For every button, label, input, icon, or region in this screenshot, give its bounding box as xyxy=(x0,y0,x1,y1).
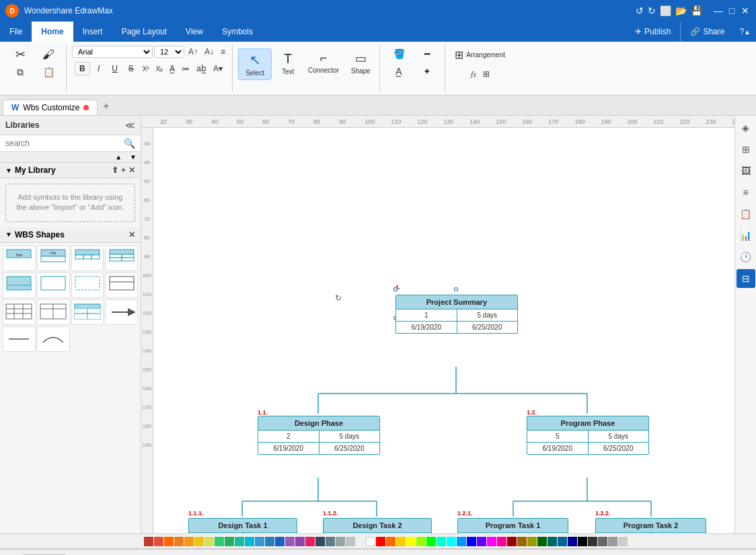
image-panel-btn[interactable]: 🖼 xyxy=(736,161,755,180)
color-swatch-darkgreen[interactable] xyxy=(225,537,234,546)
format-brush-button[interactable]: 🖌 xyxy=(35,46,62,63)
color-swatch-darkgray1[interactable] xyxy=(588,537,597,546)
undo-btn[interactable]: ↺ xyxy=(636,5,644,16)
color-swatch-lime[interactable] xyxy=(204,537,214,546)
font-color-button[interactable]: A̲ xyxy=(167,63,178,75)
menu-view[interactable]: View xyxy=(176,22,213,42)
design-phase-node[interactable]: Design Phase 2 5 days 6/19/2020 6/25/202… xyxy=(258,416,380,455)
color-swatch-lightgray2[interactable] xyxy=(618,537,628,546)
color-swatch-amber[interactable] xyxy=(184,537,194,546)
color-swatch-pure-orange[interactable] xyxy=(386,537,395,546)
color-swatch-spring[interactable] xyxy=(437,537,446,546)
scroll-down-btn[interactable]: ▼ xyxy=(126,152,141,162)
handle-bottom-center[interactable] xyxy=(454,287,458,291)
import-library-btn[interactable]: ⬆ xyxy=(112,165,118,175)
close-btn[interactable]: ✕ xyxy=(740,5,751,16)
rotate-handle[interactable]: ↻ xyxy=(335,293,342,303)
shape-wbs-full[interactable] xyxy=(105,246,138,271)
close-library-btn[interactable]: ✕ xyxy=(128,165,135,175)
design-task2-node[interactable]: Design Task 2 4 4 days 6/19/2020 6/24/20… xyxy=(323,518,432,533)
color-swatch-brown[interactable] xyxy=(517,537,527,546)
paste-button[interactable]: 📋 xyxy=(35,65,62,79)
add-library-btn[interactable]: + xyxy=(121,165,126,175)
color-swatch-green[interactable] xyxy=(215,537,224,546)
shape-connector-arrow[interactable] xyxy=(105,299,138,325)
canvas-area[interactable]: 20 30 40 50 60 70 80 90 100 110 120 130 … xyxy=(141,116,734,533)
shape-wbs-plain[interactable] xyxy=(37,272,70,298)
font-shrink-button[interactable]: A↓ xyxy=(202,46,217,58)
color-swatch-yellow[interactable] xyxy=(194,537,204,546)
handle-bottom-right[interactable] xyxy=(393,287,398,291)
color-swatch-purple[interactable] xyxy=(285,537,295,546)
color-swatch-pure-blue[interactable] xyxy=(467,537,476,546)
highlight-button[interactable]: ab̲ xyxy=(194,63,209,75)
fill-color-button[interactable]: A̲ xyxy=(385,63,412,79)
search-input[interactable] xyxy=(5,139,124,148)
color-swatch-steel[interactable] xyxy=(558,537,567,546)
align-button[interactable]: ≡ xyxy=(218,46,228,58)
save-btn[interactable]: 💾 xyxy=(691,5,702,16)
design-task1-node[interactable]: Design Task 1 3 5 days 6/19/2020 6/25/20… xyxy=(188,518,297,533)
color-swatch-red[interactable] xyxy=(144,537,153,546)
color-swatch-maroon[interactable] xyxy=(507,537,517,546)
redo-btn[interactable]: ↻ xyxy=(648,5,656,16)
color-swatch-teal[interactable] xyxy=(235,537,244,546)
color-swatch-lightgray[interactable] xyxy=(356,537,365,546)
fill-button[interactable]: 🪣 xyxy=(385,46,412,62)
root-node[interactable]: Project Summary 1 5 days 6/19/2020 6/25/… xyxy=(395,295,518,334)
color-swatch-bluegray[interactable] xyxy=(326,537,335,546)
color-swatch-gold[interactable] xyxy=(396,537,406,546)
shape-wbs-bottom[interactable] xyxy=(3,272,36,298)
maximize-btn[interactable]: □ xyxy=(726,5,737,16)
italic-button[interactable]: I xyxy=(91,63,106,75)
underline-button[interactable]: U xyxy=(108,63,122,75)
style-panel-btn[interactable]: ◈ xyxy=(736,118,755,137)
color-swatch-slate[interactable] xyxy=(315,537,325,546)
strikethrough-button[interactable]: S xyxy=(124,63,139,75)
color-swatch-darkblue[interactable] xyxy=(265,537,274,546)
menu-home[interactable]: Home xyxy=(32,22,73,42)
new-btn[interactable]: ⬜ xyxy=(660,5,671,16)
menu-insert[interactable]: Insert xyxy=(73,22,112,42)
table-panel-btn[interactable]: ⊟ xyxy=(736,269,755,288)
shape-wbs-box[interactable] xyxy=(105,272,138,298)
history-panel-btn[interactable]: 🕐 xyxy=(736,248,755,266)
color-swatch-midgray[interactable] xyxy=(608,537,617,546)
shape-table-2[interactable] xyxy=(37,299,70,325)
color-swatch-gray1[interactable] xyxy=(336,537,345,546)
open-btn[interactable]: 📂 xyxy=(675,5,687,16)
color-swatch-pure-green[interactable] xyxy=(426,537,436,546)
color-swatch-darkteal[interactable] xyxy=(547,537,557,546)
color-swatch-blue[interactable] xyxy=(255,537,264,546)
add-tab-button[interactable]: + xyxy=(98,98,114,115)
share-button[interactable]: 🔗 Share xyxy=(680,22,734,42)
symbols-panel-btn[interactable]: ⊞ xyxy=(736,140,755,159)
effects-button[interactable]: ✦ xyxy=(414,63,441,79)
color-swatch-darkpurple[interactable] xyxy=(295,537,305,546)
color-swatch-pure-yellow[interactable] xyxy=(406,537,416,546)
color-swatch-pure-cyan[interactable] xyxy=(447,537,456,546)
connector-tool-button[interactable]: ⌐ Connector xyxy=(304,48,343,77)
shape-table-3[interactable] xyxy=(71,299,104,325)
color-swatch-darknavy[interactable] xyxy=(568,537,577,546)
shape-table-1[interactable] xyxy=(3,299,36,325)
shape-line-curved[interactable] xyxy=(37,326,70,352)
copy-button[interactable]: ⧉ xyxy=(7,65,34,79)
shape-wbs-three-col[interactable] xyxy=(71,246,104,271)
shape-wbs-two-row[interactable]: Title xyxy=(37,246,70,271)
active-tab[interactable]: W Wbs Customize xyxy=(3,100,98,115)
color-swatch-cyan[interactable] xyxy=(245,537,254,546)
notes-panel-btn[interactable]: 📋 xyxy=(736,205,755,223)
color-swatch-navy[interactable] xyxy=(275,537,285,546)
help-button[interactable]: ? ▲ xyxy=(734,22,756,42)
color-swatch-darkgray2[interactable] xyxy=(598,537,607,546)
color-swatch-forest[interactable] xyxy=(537,537,547,546)
color-swatch-rose[interactable] xyxy=(497,537,506,546)
shape-tool-button[interactable]: ▭ Shape xyxy=(346,48,375,77)
grid-button[interactable]: ⊞ xyxy=(480,68,492,80)
formula-button[interactable]: 𝑓𝑥 xyxy=(468,68,479,80)
color-swatch-violet[interactable] xyxy=(477,537,486,546)
color-swatch-orange1[interactable] xyxy=(164,537,174,546)
subscript-button[interactable]: X₂ xyxy=(153,64,166,74)
shape-wbs-single[interactable]: Title xyxy=(3,246,36,271)
